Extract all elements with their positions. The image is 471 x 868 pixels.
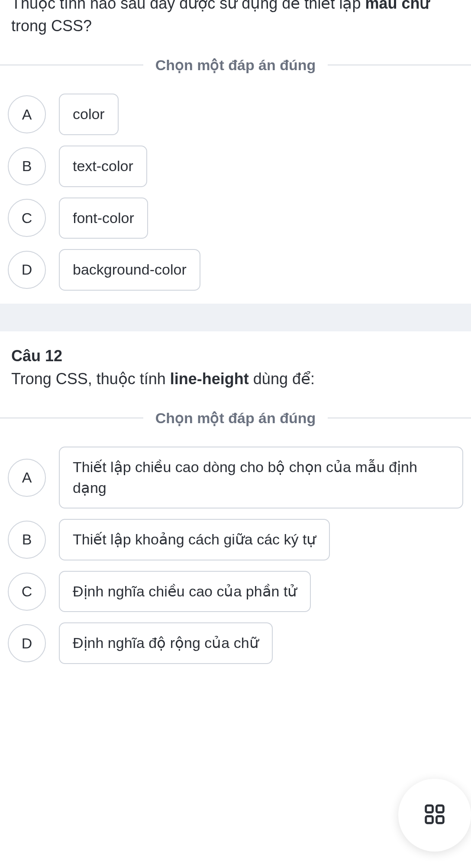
- option-a[interactable]: A color: [8, 94, 463, 135]
- option-letter[interactable]: A: [8, 95, 46, 133]
- question-header: Câu 12 Trong CSS, thuộc tính line-height…: [0, 347, 471, 390]
- question-header: Câu 11 Thuộc tính nào sau đây được sử dụ…: [0, 0, 471, 37]
- option-d[interactable]: D Định nghĩa độ rộng của chữ: [8, 622, 463, 664]
- option-text[interactable]: background-color: [59, 249, 200, 291]
- option-text[interactable]: color: [59, 94, 119, 135]
- divider-line: [328, 418, 471, 418]
- option-d[interactable]: D background-color: [8, 249, 463, 291]
- option-text[interactable]: text-color: [59, 146, 147, 187]
- prompt-pre: Trong CSS, thuộc tính: [11, 370, 170, 388]
- divider-line: [0, 65, 143, 65]
- option-text[interactable]: Thiết lập khoảng cách giữa các ký tự: [59, 519, 330, 560]
- question-prompt: Trong CSS, thuộc tính line-height dùng đ…: [11, 368, 460, 390]
- option-c[interactable]: C Định nghĩa chiều cao của phần tử: [8, 571, 463, 612]
- options-list: A color B text-color C font-color D back…: [0, 94, 471, 290]
- instruction-divider: Chọn một đáp án đúng: [0, 56, 471, 74]
- option-letter[interactable]: A: [8, 459, 46, 497]
- option-a[interactable]: A Thiết lập chiều cao dòng cho bộ chọn c…: [8, 447, 463, 508]
- question-11: Câu 11 Thuộc tính nào sau đây được sử dụ…: [0, 0, 471, 304]
- option-letter[interactable]: C: [8, 573, 46, 611]
- divider-line: [328, 65, 471, 65]
- instruction-divider: Chọn một đáp án đúng: [0, 409, 471, 427]
- option-text[interactable]: Định nghĩa độ rộng của chữ: [59, 622, 273, 664]
- prompt-pre: Thuộc tính nào sau đây được sử dụng để t…: [11, 0, 365, 12]
- options-list: A Thiết lập chiều cao dòng cho bộ chọn c…: [0, 447, 471, 664]
- option-letter[interactable]: B: [8, 147, 46, 185]
- option-c[interactable]: C font-color: [8, 198, 463, 239]
- question-12: Câu 12 Trong CSS, thuộc tính line-height…: [0, 331, 471, 677]
- option-letter[interactable]: B: [8, 521, 46, 559]
- option-letter[interactable]: D: [8, 251, 46, 289]
- prompt-bold: màu chữ: [365, 0, 429, 12]
- option-text[interactable]: Định nghĩa chiều cao của phần tử: [59, 571, 311, 612]
- prompt-post: dùng để:: [249, 370, 315, 388]
- prompt-bold: line-height: [170, 370, 249, 388]
- option-letter[interactable]: D: [8, 624, 46, 662]
- instruction-text: Chọn một đáp án đúng: [143, 56, 328, 74]
- section-spacer: [0, 304, 471, 331]
- prompt-post: trong CSS?: [11, 17, 92, 35]
- divider-line: [0, 418, 143, 418]
- option-text[interactable]: Thiết lập chiều cao dòng cho bộ chọn của…: [59, 447, 463, 508]
- question-number: Câu 12: [11, 347, 460, 365]
- instruction-text: Chọn một đáp án đúng: [143, 409, 328, 427]
- option-b[interactable]: B text-color: [8, 146, 463, 187]
- option-letter[interactable]: C: [8, 199, 46, 237]
- option-text[interactable]: font-color: [59, 198, 148, 239]
- question-prompt: Thuộc tính nào sau đây được sử dụng để t…: [11, 0, 460, 37]
- option-b[interactable]: B Thiết lập khoảng cách giữa các ký tự: [8, 519, 463, 560]
